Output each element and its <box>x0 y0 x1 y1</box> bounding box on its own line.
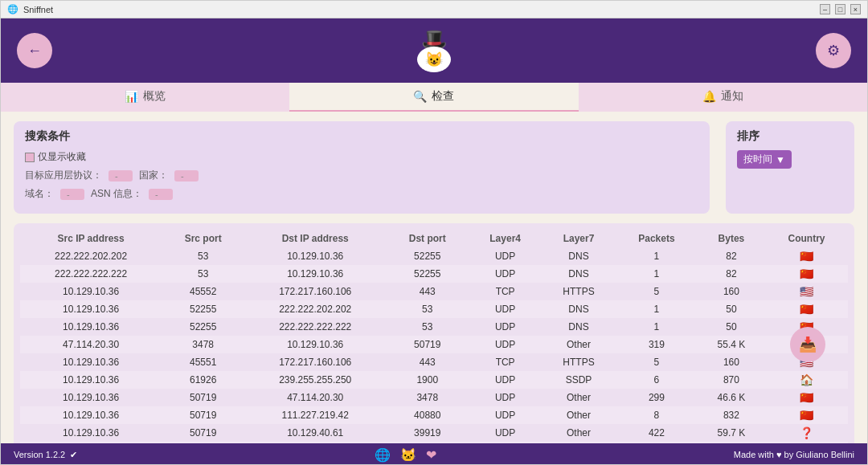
cell-layer7: DNS <box>542 265 616 283</box>
table-row[interactable]: 10.129.10.36 52255 222.222.222.222 53 UD… <box>20 318 848 336</box>
cell-country: 🏠 <box>765 371 848 389</box>
tab-notify[interactable]: 🔔 通知 <box>579 83 867 112</box>
col-dst-port: Dst port <box>386 230 469 247</box>
asn-value[interactable]: - <box>149 189 173 200</box>
check-icon: ✔ <box>70 450 77 460</box>
cell-src-port: 45551 <box>162 353 244 371</box>
cell-bytes: 46.6 K <box>698 389 765 406</box>
domain-value[interactable]: - <box>60 189 84 200</box>
cell-bytes: 59.7 K <box>698 424 765 442</box>
cell-country: ❓ <box>765 442 848 443</box>
cell-dst-port: 52255 <box>386 265 469 283</box>
cell-dst-port: 1900 <box>386 371 469 389</box>
heart-icon[interactable]: ❤ <box>426 447 436 463</box>
cell-dst-ip: 222.222.222.222 <box>244 318 386 336</box>
cell-src-port: 61926 <box>162 371 244 389</box>
cell-layer7: DNS <box>542 247 616 265</box>
globe-icon[interactable]: 🌐 <box>375 447 391 463</box>
cell-country: 🇨🇳 <box>765 389 848 406</box>
cell-layer4: UDP <box>469 265 542 283</box>
sort-title: 排序 <box>737 129 843 144</box>
table-row[interactable]: 10.129.10.36 45551 172.217.160.106 443 T… <box>20 353 848 371</box>
table-row[interactable]: 10.129.40.61 39919 10.129.10.36 50719 UD… <box>20 442 848 443</box>
cell-bytes: 63.5 K <box>698 442 765 443</box>
table-row[interactable]: 10.129.10.36 61926 239.255.255.250 1900 … <box>20 371 848 389</box>
sort-dropdown[interactable]: 按时间 ▼ <box>737 150 792 169</box>
cell-src-ip: 10.129.10.36 <box>20 300 162 318</box>
cell-packets: 8 <box>616 406 698 424</box>
cell-bytes: 50 <box>698 300 765 318</box>
cell-layer4: UDP <box>469 371 542 389</box>
cell-layer7: Other <box>542 389 616 406</box>
table-row[interactable]: 222.222.202.202 53 10.129.10.36 52255 UD… <box>20 247 848 265</box>
cell-layer4: TCP <box>469 353 542 371</box>
cell-packets: 422 <box>616 424 698 442</box>
sort-current: 按时间 <box>743 153 772 166</box>
bottom-bar: Version 1.2.2 ✔ 🌐 🐱 ❤ Made with ♥ by Giu… <box>1 443 867 465</box>
inspect-icon: 🔍 <box>413 90 427 103</box>
cell-dst-port: 40880 <box>386 406 469 424</box>
cell-layer4: UDP <box>469 389 542 406</box>
github-icon[interactable]: 🐱 <box>400 447 416 463</box>
table-row[interactable]: 10.129.10.36 50719 10.129.40.61 39919 UD… <box>20 424 848 442</box>
table-row[interactable]: 10.129.10.36 45552 172.217.160.106 443 T… <box>20 283 848 300</box>
cell-country: 🇨🇳 <box>765 300 848 318</box>
version-text: Version 1.2.2 <box>14 450 65 459</box>
back-button[interactable]: ← <box>17 33 52 68</box>
cell-layer4: TCP <box>469 283 542 300</box>
cell-src-ip: 10.129.10.36 <box>20 318 162 336</box>
cell-src-port: 45552 <box>162 283 244 300</box>
col-bytes: Bytes <box>698 230 765 247</box>
cell-src-ip: 10.129.10.36 <box>20 283 162 300</box>
close-button[interactable]: × <box>850 4 861 14</box>
favorites-label: 仅显示收藏 <box>38 150 86 164</box>
table-row[interactable]: 10.129.10.36 50719 111.227.219.42 40880 … <box>20 406 848 424</box>
cell-packets: 319 <box>616 336 698 353</box>
cell-src-ip: 222.222.222.222 <box>20 265 162 283</box>
maximize-button[interactable]: □ <box>835 4 845 14</box>
cell-layer4: UDP <box>469 247 542 265</box>
cell-src-port: 39919 <box>162 442 244 443</box>
sort-select: 按时间 ▼ <box>737 150 843 169</box>
cell-dst-port: 3478 <box>386 389 469 406</box>
cell-layer7: DNS <box>542 318 616 336</box>
cell-country: 🇨🇳 <box>765 247 848 265</box>
cell-packets: 6 <box>616 371 698 389</box>
tab-inspect[interactable]: 🔍 检查 <box>289 83 578 112</box>
search-title: 搜索条件 <box>25 129 698 144</box>
domain-label: 域名： <box>25 187 54 201</box>
cell-src-port: 52255 <box>162 300 244 318</box>
table-container: Src IP address Src port Dst IP address D… <box>14 223 854 443</box>
cell-layer4: UDP <box>469 442 542 443</box>
cell-packets: 1 <box>616 318 698 336</box>
favorites-checkbox[interactable]: 仅显示收藏 <box>25 150 86 164</box>
tab-overview[interactable]: 📊 概览 <box>1 83 289 112</box>
cell-src-port: 3478 <box>162 336 244 353</box>
cell-country: 🇨🇳 <box>765 265 848 283</box>
cell-src-port: 53 <box>162 247 244 265</box>
table-row[interactable]: 47.114.20.30 3478 10.129.10.36 50719 UDP… <box>20 336 848 353</box>
table-row[interactable]: 10.129.10.36 50719 47.114.20.30 3478 UDP… <box>20 389 848 406</box>
cell-dst-port: 39919 <box>386 424 469 442</box>
export-button[interactable]: 📥 <box>790 327 825 362</box>
cell-country: 🇨🇳 <box>765 406 848 424</box>
settings-button[interactable]: ⚙ <box>816 33 851 68</box>
cell-dst-port: 443 <box>386 353 469 371</box>
cell-dst-ip: 10.129.10.36 <box>244 265 386 283</box>
cell-packets: 5 <box>616 353 698 371</box>
table-row[interactable]: 10.129.10.36 52255 222.222.202.202 53 UD… <box>20 300 848 318</box>
bottom-icons: 🌐 🐱 ❤ <box>375 447 436 463</box>
cell-bytes: 832 <box>698 406 765 424</box>
main-content: 搜索条件 仅显示收藏 目标应用层协议： - 国家： - 域名： - ASN 信息… <box>1 112 867 443</box>
logo-face: 😺 <box>417 47 451 72</box>
domain-asn-row: 域名： - ASN 信息： - <box>25 187 698 201</box>
minimize-button[interactable]: – <box>820 4 830 14</box>
country-value[interactable]: - <box>174 170 199 182</box>
cell-layer4: UDP <box>469 318 542 336</box>
table-row[interactable]: 222.222.222.222 53 10.129.10.36 52255 UD… <box>20 265 848 283</box>
col-layer7: Layer7 <box>542 230 616 247</box>
notify-icon: 🔔 <box>702 90 716 103</box>
cell-layer7: HTTPS <box>542 283 616 300</box>
protocol-value[interactable]: - <box>108 170 133 182</box>
col-dst-ip: Dst IP address <box>244 230 386 247</box>
